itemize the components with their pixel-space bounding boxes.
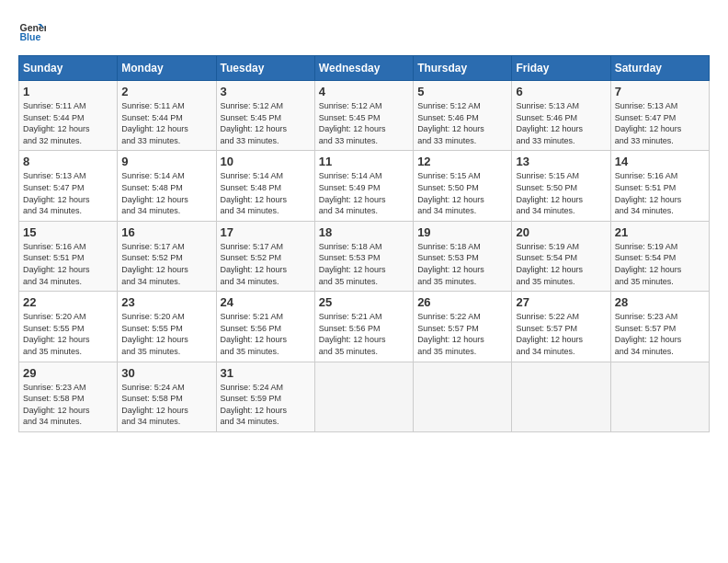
calendar-cell: 5Sunrise: 5:12 AM Sunset: 5:46 PM Daylig…	[414, 81, 512, 151]
day-info: Sunrise: 5:24 AM Sunset: 5:59 PM Dayligh…	[221, 382, 311, 428]
day-info: Sunrise: 5:20 AM Sunset: 5:55 PM Dayligh…	[23, 311, 113, 357]
day-info: Sunrise: 5:21 AM Sunset: 5:56 PM Dayligh…	[319, 311, 409, 357]
day-number: 14	[615, 155, 705, 168]
calendar-week-4: 29Sunrise: 5:23 AM Sunset: 5:58 PM Dayli…	[19, 362, 710, 431]
calendar-week-0: 1Sunrise: 5:11 AM Sunset: 5:44 PM Daylig…	[19, 81, 710, 151]
day-info: Sunrise: 5:12 AM Sunset: 5:46 PM Dayligh…	[417, 100, 507, 146]
day-number: 31	[221, 366, 311, 380]
calendar-cell: 11Sunrise: 5:14 AM Sunset: 5:49 PM Dayli…	[314, 151, 413, 221]
calendar-cell: 30Sunrise: 5:24 AM Sunset: 5:58 PM Dayli…	[118, 362, 216, 431]
calendar-cell: 4Sunrise: 5:12 AM Sunset: 5:45 PM Daylig…	[314, 81, 413, 151]
calendar-cell: 8Sunrise: 5:13 AM Sunset: 5:47 PM Daylig…	[19, 151, 118, 221]
calendar-week-1: 8Sunrise: 5:13 AM Sunset: 5:47 PM Daylig…	[19, 151, 710, 221]
day-info: Sunrise: 5:20 AM Sunset: 5:55 PM Dayligh…	[121, 311, 211, 357]
day-number: 17	[221, 225, 311, 239]
day-info: Sunrise: 5:23 AM Sunset: 5:58 PM Dayligh…	[23, 382, 113, 428]
calendar-cell: 3Sunrise: 5:12 AM Sunset: 5:45 PM Daylig…	[216, 81, 314, 151]
day-info: Sunrise: 5:15 AM Sunset: 5:50 PM Dayligh…	[417, 170, 507, 216]
header-day-tuesday: Tuesday	[216, 56, 314, 81]
day-number: 23	[121, 295, 211, 309]
day-info: Sunrise: 5:13 AM Sunset: 5:47 PM Dayligh…	[23, 170, 113, 216]
calendar-week-2: 15Sunrise: 5:16 AM Sunset: 5:51 PM Dayli…	[19, 221, 710, 291]
logo-icon: General Blue	[18, 18, 46, 46]
header: General Blue	[18, 18, 710, 46]
day-number: 21	[615, 225, 705, 239]
calendar-cell: 10Sunrise: 5:14 AM Sunset: 5:48 PM Dayli…	[216, 151, 314, 221]
logo: General Blue	[18, 18, 46, 46]
day-number: 28	[615, 295, 705, 309]
calendar-cell: 6Sunrise: 5:13 AM Sunset: 5:46 PM Daylig…	[512, 81, 610, 151]
day-info: Sunrise: 5:11 AM Sunset: 5:44 PM Dayligh…	[121, 100, 211, 146]
header-day-monday: Monday	[118, 56, 216, 81]
calendar-cell	[414, 362, 512, 431]
day-number: 20	[516, 225, 606, 239]
day-info: Sunrise: 5:21 AM Sunset: 5:56 PM Dayligh…	[221, 311, 311, 357]
calendar-cell: 25Sunrise: 5:21 AM Sunset: 5:56 PM Dayli…	[314, 292, 413, 362]
day-info: Sunrise: 5:19 AM Sunset: 5:54 PM Dayligh…	[615, 241, 705, 287]
day-number: 1	[23, 85, 113, 98]
calendar-cell: 24Sunrise: 5:21 AM Sunset: 5:56 PM Dayli…	[216, 292, 314, 362]
calendar-cell: 16Sunrise: 5:17 AM Sunset: 5:52 PM Dayli…	[118, 221, 216, 291]
day-number: 15	[23, 225, 113, 239]
calendar-week-3: 22Sunrise: 5:20 AM Sunset: 5:55 PM Dayli…	[19, 292, 710, 362]
day-info: Sunrise: 5:23 AM Sunset: 5:57 PM Dayligh…	[615, 311, 705, 357]
day-number: 11	[319, 155, 409, 168]
calendar-header-row: SundayMondayTuesdayWednesdayThursdayFrid…	[19, 56, 710, 81]
day-info: Sunrise: 5:12 AM Sunset: 5:45 PM Dayligh…	[319, 100, 409, 146]
calendar-cell: 14Sunrise: 5:16 AM Sunset: 5:51 PM Dayli…	[610, 151, 709, 221]
calendar-cell: 27Sunrise: 5:22 AM Sunset: 5:57 PM Dayli…	[512, 292, 610, 362]
calendar-cell: 2Sunrise: 5:11 AM Sunset: 5:44 PM Daylig…	[118, 81, 216, 151]
day-info: Sunrise: 5:17 AM Sunset: 5:52 PM Dayligh…	[121, 241, 211, 287]
calendar-table: SundayMondayTuesdayWednesdayThursdayFrid…	[18, 55, 710, 432]
day-info: Sunrise: 5:16 AM Sunset: 5:51 PM Dayligh…	[615, 170, 705, 216]
calendar-cell: 21Sunrise: 5:19 AM Sunset: 5:54 PM Dayli…	[610, 221, 709, 291]
calendar-cell	[314, 362, 413, 431]
day-number: 27	[516, 295, 606, 309]
svg-text:Blue: Blue	[20, 31, 41, 42]
calendar-cell: 23Sunrise: 5:20 AM Sunset: 5:55 PM Dayli…	[118, 292, 216, 362]
day-info: Sunrise: 5:12 AM Sunset: 5:45 PM Dayligh…	[221, 100, 311, 146]
day-number: 12	[417, 155, 507, 168]
day-info: Sunrise: 5:11 AM Sunset: 5:44 PM Dayligh…	[23, 100, 113, 146]
day-info: Sunrise: 5:14 AM Sunset: 5:49 PM Dayligh…	[319, 170, 409, 216]
day-info: Sunrise: 5:14 AM Sunset: 5:48 PM Dayligh…	[221, 170, 311, 216]
day-info: Sunrise: 5:17 AM Sunset: 5:52 PM Dayligh…	[221, 241, 311, 287]
day-info: Sunrise: 5:18 AM Sunset: 5:53 PM Dayligh…	[319, 241, 409, 287]
calendar-cell: 9Sunrise: 5:14 AM Sunset: 5:48 PM Daylig…	[118, 151, 216, 221]
day-info: Sunrise: 5:13 AM Sunset: 5:47 PM Dayligh…	[615, 100, 705, 146]
day-number: 2	[121, 85, 211, 98]
header-day-saturday: Saturday	[610, 56, 709, 81]
calendar-cell: 22Sunrise: 5:20 AM Sunset: 5:55 PM Dayli…	[19, 292, 118, 362]
calendar-cell: 17Sunrise: 5:17 AM Sunset: 5:52 PM Dayli…	[216, 221, 314, 291]
calendar-cell: 26Sunrise: 5:22 AM Sunset: 5:57 PM Dayli…	[414, 292, 512, 362]
day-number: 26	[417, 295, 507, 309]
day-number: 13	[516, 155, 606, 168]
header-day-wednesday: Wednesday	[314, 56, 413, 81]
day-info: Sunrise: 5:24 AM Sunset: 5:58 PM Dayligh…	[121, 382, 211, 428]
calendar-cell	[610, 362, 709, 431]
calendar-cell	[512, 362, 610, 431]
day-info: Sunrise: 5:13 AM Sunset: 5:46 PM Dayligh…	[516, 100, 606, 146]
day-info: Sunrise: 5:19 AM Sunset: 5:54 PM Dayligh…	[516, 241, 606, 287]
day-number: 6	[516, 85, 606, 98]
header-day-friday: Friday	[512, 56, 610, 81]
day-info: Sunrise: 5:15 AM Sunset: 5:50 PM Dayligh…	[516, 170, 606, 216]
day-info: Sunrise: 5:16 AM Sunset: 5:51 PM Dayligh…	[23, 241, 113, 287]
day-info: Sunrise: 5:22 AM Sunset: 5:57 PM Dayligh…	[417, 311, 507, 357]
day-number: 5	[417, 85, 507, 98]
day-number: 25	[319, 295, 409, 309]
calendar-cell: 29Sunrise: 5:23 AM Sunset: 5:58 PM Dayli…	[19, 362, 118, 431]
calendar-cell: 7Sunrise: 5:13 AM Sunset: 5:47 PM Daylig…	[610, 81, 709, 151]
day-number: 4	[319, 85, 409, 98]
header-day-sunday: Sunday	[19, 56, 118, 81]
day-number: 22	[23, 295, 113, 309]
day-info: Sunrise: 5:14 AM Sunset: 5:48 PM Dayligh…	[121, 170, 211, 216]
header-day-thursday: Thursday	[414, 56, 512, 81]
day-number: 24	[221, 295, 311, 309]
calendar-cell: 19Sunrise: 5:18 AM Sunset: 5:53 PM Dayli…	[414, 221, 512, 291]
day-number: 8	[23, 155, 113, 168]
day-info: Sunrise: 5:18 AM Sunset: 5:53 PM Dayligh…	[417, 241, 507, 287]
calendar-cell: 28Sunrise: 5:23 AM Sunset: 5:57 PM Dayli…	[610, 292, 709, 362]
day-number: 7	[615, 85, 705, 98]
calendar-cell: 20Sunrise: 5:19 AM Sunset: 5:54 PM Dayli…	[512, 221, 610, 291]
